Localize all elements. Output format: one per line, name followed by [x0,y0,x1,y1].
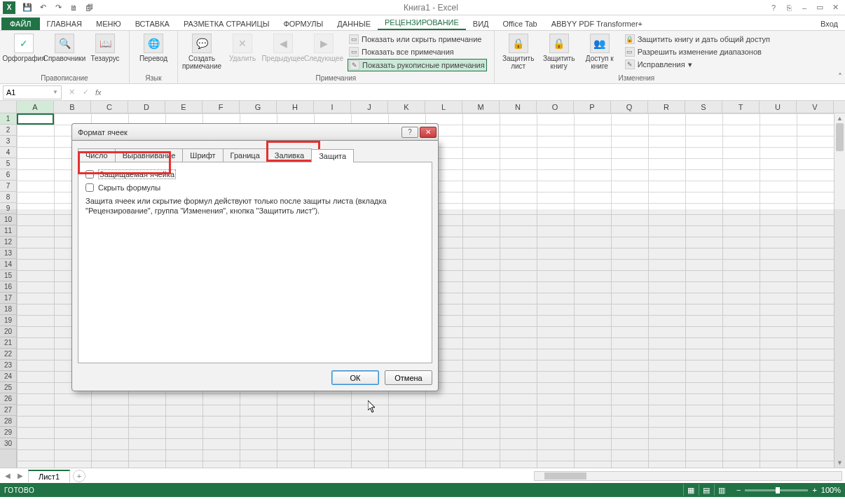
ribbon-tab-вид[interactable]: ВИД [466,18,496,30]
row-header-11[interactable]: 11 [0,225,16,237]
column-header-J[interactable]: J [351,101,388,113]
row-header-24[interactable]: 24 [0,371,16,382]
formula-input[interactable] [104,85,845,99]
dialog-tab-4[interactable]: Заливка [267,148,312,162]
new-icon[interactable]: 🗎 [67,1,80,14]
dialog-close-icon[interactable]: ✕ [420,127,437,138]
cancel-button[interactable]: Отмена [385,370,432,385]
zoom-slider[interactable] [745,489,808,491]
row-header-30[interactable]: 30 [0,438,16,449]
column-header-A[interactable]: A [17,101,54,113]
scroll-up-icon[interactable]: ▲ [834,113,845,123]
row-header-12[interactable]: 12 [0,237,16,248]
row-header-10[interactable]: 10 [0,214,16,225]
ribbon-tab-рецензирование[interactable]: РЕЦЕНЗИРОВАНИЕ [378,16,466,30]
column-header-Q[interactable]: Q [611,101,648,113]
minimize-icon[interactable]: – [797,2,811,13]
show-hide-comment-button[interactable]: ▭Показать или скрыть примечание [348,34,487,45]
hidden-checkbox[interactable] [85,183,94,192]
ribbon-tab-данные[interactable]: ДАННЫЕ [330,18,378,30]
ribbon-tab-abbyy-pdf-transformer+[interactable]: ABBYY PDF Transformer+ [544,18,650,30]
column-header-M[interactable]: M [462,101,500,113]
row-header-16[interactable]: 16 [0,281,16,293]
undo-icon[interactable]: ↶ [36,1,49,14]
row-header-15[interactable]: 15 [0,270,16,281]
column-header-R[interactable]: R [648,101,685,113]
protect-and-share-button[interactable]: 🔒Защитить книгу и дать общий доступ [624,34,771,45]
ribbon-tab-меню[interactable]: Меню [89,18,128,30]
allow-edit-ranges-button[interactable]: ▭Разрешить изменение диапазонов [624,46,771,57]
row-header-3[interactable]: 3 [0,136,16,147]
save-icon[interactable]: 💾 [21,1,34,14]
page-break-view-icon[interactable]: ▥ [714,484,729,496]
row-header-26[interactable]: 26 [0,393,16,405]
close-icon[interactable]: ✕ [828,2,842,13]
select-all-corner[interactable] [0,101,17,113]
row-header-19[interactable]: 19 [0,315,16,326]
column-header-H[interactable]: H [277,101,314,113]
column-header-K[interactable]: K [388,101,425,113]
sign-in[interactable]: Вход [813,18,845,30]
share-workbook-button[interactable]: 👥Доступ к книге [580,32,619,71]
row-header-28[interactable]: 28 [0,416,16,427]
research-button[interactable]: 🔍Справочники [45,32,84,64]
ok-button[interactable]: ОК [331,370,379,385]
dialog-tab-2[interactable]: Шрифт [182,148,223,162]
new-comment-button[interactable]: 💬Создать примечание [182,32,221,71]
show-ink-button[interactable]: ✎Показать рукописные примечания [348,59,487,71]
column-header-N[interactable]: N [500,101,537,113]
show-all-comments-button[interactable]: ▭Показать все примечания [348,46,487,57]
row-header-23[interactable]: 23 [0,360,16,371]
protect-sheet-button[interactable]: 🔒Защитить лист [499,32,538,71]
scroll-thumb[interactable] [836,123,844,151]
ribbon-tab-главная[interactable]: ГЛАВНАЯ [40,18,89,30]
row-header-7[interactable]: 7 [0,181,16,192]
dialog-tab-1[interactable]: Выравнивание [115,148,184,162]
redo-icon[interactable]: ↷ [52,1,64,14]
locked-checkbox-row[interactable]: Защищаемая ячейка [85,169,425,179]
row-header-5[interactable]: 5 [0,158,16,169]
row-header-1[interactable]: 1 [0,113,16,125]
ribbon-tab-разметка страницы[interactable]: РАЗМЕТКА СТРАНИЦЫ [177,18,276,30]
normal-view-icon[interactable]: ▦ [683,484,699,496]
hscroll-thumb[interactable] [544,472,586,479]
column-header-C[interactable]: C [91,101,128,113]
fx-icon[interactable]: fx [92,88,104,97]
column-header-B[interactable]: B [54,101,91,113]
column-header-D[interactable]: D [128,101,165,113]
column-header-O[interactable]: O [537,101,574,113]
sheet-nav-prev-icon[interactable]: ◀ [3,472,13,479]
zoom-out-icon[interactable]: − [736,486,741,494]
dialog-tab-0[interactable]: Число [78,148,116,162]
row-header-20[interactable]: 20 [0,326,16,337]
name-box[interactable]: A1▼ [3,85,62,99]
row-header-4[interactable]: 4 [0,147,16,158]
dialog-titlebar[interactable]: Формат ячеек ? ✕ [71,123,439,140]
horizontal-scrollbar[interactable] [534,471,842,481]
column-header-S[interactable]: S [685,101,722,113]
scroll-down-icon[interactable]: ▼ [834,458,845,468]
dialog-help-icon[interactable]: ? [401,127,418,138]
ribbon-tab-office-tab[interactable]: Office Tab [496,18,544,30]
hidden-checkbox-row[interactable]: Скрыть формулы [85,183,425,192]
row-header-22[interactable]: 22 [0,349,16,360]
maximize-icon[interactable]: ▭ [813,2,827,13]
row-header-25[interactable]: 25 [0,382,16,393]
thesaurus-button[interactable]: 📖Тезаурус [85,32,125,64]
row-header-21[interactable]: 21 [0,337,16,349]
ribbon-tab-формулы[interactable]: ФОРМУЛЫ [276,18,330,30]
row-header-8[interactable]: 8 [0,192,16,203]
page-layout-view-icon[interactable]: ▤ [699,484,714,496]
row-header-9[interactable]: 9 [0,203,16,214]
print-icon[interactable]: 🗐 [83,1,95,14]
ribbon-tab-вставка[interactable]: ВСТАВКА [128,18,177,30]
file-tab[interactable]: ФАЙЛ [1,18,40,30]
protect-workbook-button[interactable]: 🔒Защитить книгу [540,32,579,71]
zoom-in-icon[interactable]: + [812,486,816,494]
row-header-2[interactable]: 2 [0,125,16,136]
row-header-18[interactable]: 18 [0,304,16,315]
spelling-button[interactable]: ✓Орфография [4,32,43,64]
column-header-I[interactable]: I [314,101,351,113]
row-header-6[interactable]: 6 [0,169,16,181]
locked-checkbox[interactable] [85,170,94,178]
